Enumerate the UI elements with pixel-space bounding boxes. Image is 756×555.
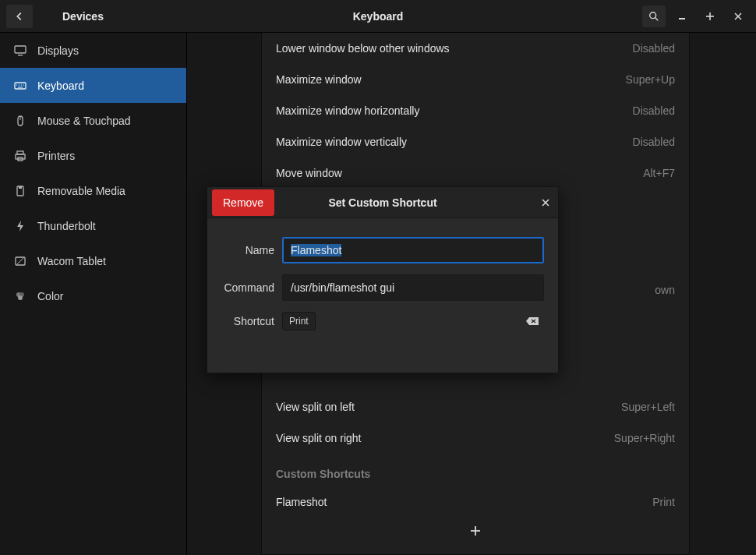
shortcut-row[interactable]: Lower window below other windows Disable…	[262, 33, 689, 64]
printers-icon	[14, 150, 26, 162]
arrow-left-icon	[14, 11, 25, 22]
shortcut-name: View split on left	[276, 401, 355, 413]
shortcut-row[interactable]: Maximize window vertically Disabled	[262, 126, 689, 157]
name-label: Name	[215, 244, 274, 256]
name-input[interactable]: Flameshot	[282, 237, 544, 263]
search-icon	[648, 11, 659, 22]
keyboard-icon	[14, 80, 26, 92]
sidebar-item-printers[interactable]: Printers	[0, 138, 186, 173]
removable-media-icon	[14, 185, 26, 197]
shortcut-row[interactable]: View split on right Super+Right	[262, 422, 689, 454]
shortcut-row[interactable]: Move window Alt+F7	[262, 157, 689, 189]
add-shortcut-button[interactable]	[262, 518, 689, 544]
plus-icon	[470, 525, 481, 536]
minimize-icon	[677, 12, 687, 21]
sidebar-item-wacom[interactable]: Wacom Tablet	[0, 243, 186, 278]
thunderbolt-icon	[14, 220, 26, 232]
svg-rect-9	[15, 83, 26, 89]
shortcut-key: Print	[652, 496, 675, 508]
sidebar-item-mouse[interactable]: Mouse & Touchpad	[0, 103, 186, 138]
shortcut-row-custom[interactable]: Flameshot Print	[262, 486, 689, 518]
page-title: Keyboard	[353, 10, 404, 23]
sidebar-item-label: Removable Media	[37, 185, 125, 197]
shortcut-name: View split on right	[276, 432, 361, 444]
sidebar-item-label: Thunderbolt	[37, 220, 96, 232]
shortcut-row[interactable]: Maximize window horizontally Disabled	[262, 95, 689, 126]
shortcut-key: Super+Left	[621, 401, 675, 413]
shortcut-key: Disabled	[633, 104, 675, 117]
dialog-close-button[interactable]	[541, 198, 550, 207]
sidebar-item-removable[interactable]: Removable Media	[0, 173, 186, 208]
sidebar: Displays Keyboard Mouse & Touchpad Print…	[0, 33, 187, 555]
svg-rect-17	[16, 154, 25, 159]
svg-point-26	[18, 295, 23, 300]
sidebar-item-label: Mouse & Touchpad	[37, 115, 131, 127]
section-header-custom: Custom Shortcuts	[262, 454, 689, 486]
svg-rect-18	[17, 151, 23, 154]
sidebar-item-displays[interactable]: Displays	[0, 33, 186, 68]
dialog-header: Remove Set Custom Shortcut	[207, 187, 558, 218]
sidebar-item-label: Wacom Tablet	[37, 255, 106, 267]
svg-line-1	[655, 17, 659, 20]
clear-shortcut-button[interactable]	[525, 316, 539, 327]
mouse-icon	[14, 115, 26, 127]
svg-rect-21	[19, 186, 22, 189]
shortcut-key: Disabled	[633, 136, 675, 148]
shortcut-name: Flameshot	[276, 496, 327, 508]
sidebar-item-label: Printers	[37, 150, 75, 162]
shortcut-name: Lower window below other windows	[276, 42, 450, 55]
backspace-icon	[525, 316, 539, 327]
shortcut-key: own	[655, 284, 675, 296]
close-icon	[733, 12, 743, 21]
sidebar-item-color[interactable]: Color	[0, 278, 186, 313]
dialog-title: Set Custom Shortcut	[328, 196, 436, 209]
set-custom-shortcut-dialog: Remove Set Custom Shortcut Name Flamesho…	[207, 186, 559, 373]
svg-line-23	[17, 258, 23, 264]
displays-icon	[14, 44, 26, 57]
command-input[interactable]: /usr/bin/flameshot gui	[282, 274, 544, 301]
wacom-icon	[14, 255, 26, 267]
close-icon	[541, 198, 550, 207]
shortcut-label: Shortcut	[215, 315, 274, 327]
sidebar-item-thunderbolt[interactable]: Thunderbolt	[0, 208, 186, 243]
shortcut-name: Move window	[276, 167, 342, 179]
shortcut-name: Maximize window vertically	[276, 136, 407, 148]
sidebar-item-keyboard[interactable]: Keyboard	[0, 68, 186, 103]
command-label: Command	[215, 281, 274, 294]
shortcut-key: Super+Right	[614, 432, 675, 444]
svg-rect-7	[15, 46, 26, 53]
shortcut-name: Maximize window	[276, 73, 362, 86]
shortcut-key: Disabled	[633, 42, 675, 55]
maximize-button[interactable]	[698, 5, 722, 27]
panel-title: Devices	[62, 10, 104, 23]
shortcut-row[interactable]: View split on left Super+Left	[262, 391, 689, 422]
sidebar-item-label: Keyboard	[37, 80, 84, 92]
shortcut-name: Maximize window horizontally	[276, 104, 419, 117]
close-button[interactable]	[726, 5, 750, 27]
shortcut-key: Alt+F7	[643, 167, 675, 179]
shortcut-row[interactable]: Maximize window Super+Up	[262, 64, 689, 95]
back-button[interactable]	[6, 5, 33, 28]
color-icon	[14, 290, 26, 302]
minimize-button[interactable]	[670, 5, 694, 27]
sidebar-item-label: Color	[37, 290, 63, 302]
svg-point-0	[650, 12, 656, 18]
search-button[interactable]	[642, 5, 666, 27]
shortcut-key: Super+Up	[626, 73, 675, 86]
titlebar: Devices Keyboard	[0, 0, 756, 33]
remove-button[interactable]: Remove	[212, 189, 274, 216]
shortcut-value[interactable]: Print	[282, 312, 316, 331]
plus-icon	[705, 12, 715, 21]
sidebar-item-label: Displays	[37, 44, 79, 57]
